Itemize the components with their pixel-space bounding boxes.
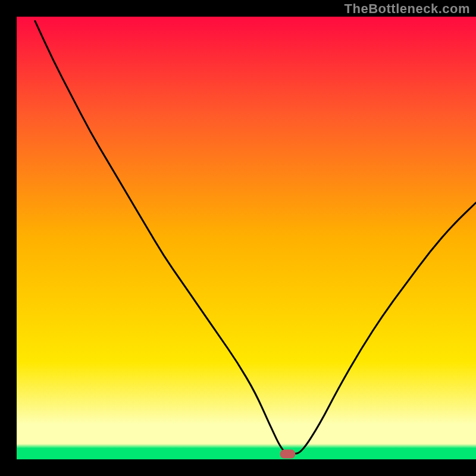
bottleneck-chart [0, 0, 476, 476]
chart-container: TheBottleneck.com [0, 0, 476, 476]
frame-bottom [0, 459, 476, 476]
optimal-marker [280, 450, 295, 459]
watermark-text: TheBottleneck.com [345, 1, 470, 17]
plot-background [17, 17, 476, 459]
frame-left [0, 0, 17, 476]
